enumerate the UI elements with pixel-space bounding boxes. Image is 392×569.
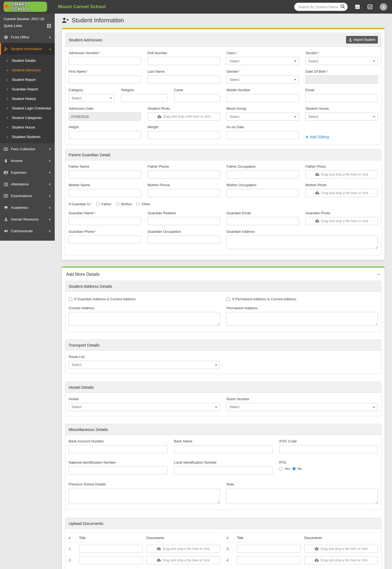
father-occupation-input[interactable]: [226, 170, 299, 179]
guardian-name-input[interactable]: [69, 217, 141, 225]
submenu-item-disabled-students[interactable]: »Disabled Students: [0, 132, 55, 142]
sidebar-item-student-information[interactable]: Student Information: [0, 43, 55, 55]
local-id-input[interactable]: [174, 466, 273, 475]
submenu-item-student-login-credential[interactable]: »Student Login Credential: [0, 103, 55, 113]
category-select[interactable]: Select: [69, 94, 115, 102]
sidebar-item-communicate[interactable]: Communicate: [0, 225, 55, 237]
document-1-title-input[interactable]: [79, 545, 143, 553]
grid-icon[interactable]: [47, 24, 51, 28]
last-name-input[interactable]: [148, 75, 220, 84]
submenu-item-student-house[interactable]: »Student House: [0, 123, 55, 132]
document-3-dropzone[interactable]: Drag and drop a file here or click: [304, 545, 378, 553]
app-logo[interactable]: SMART SCHOOL: [4, 2, 47, 12]
guardian-email-label: Guardian Email: [226, 211, 299, 215]
double-chevron-icon: »: [6, 97, 8, 101]
room-number-select[interactable]: Select: [226, 403, 378, 411]
sidebar-item-expenses[interactable]: Expenses: [0, 167, 55, 178]
document-4-dropzone[interactable]: Drag and drop a file here or click: [304, 556, 378, 564]
guardian-relation-input[interactable]: [148, 217, 220, 225]
bank-account-input[interactable]: [69, 445, 167, 453]
guardian-phone-input[interactable]: [69, 235, 141, 244]
submenu-item-student-admission[interactable]: »Student Admission: [0, 65, 55, 75]
submenu-item-student-details[interactable]: »Student Details: [0, 56, 55, 65]
double-chevron-icon: »: [6, 116, 8, 120]
mother-photo-dropzone[interactable]: Drag and drop a file here or click: [305, 189, 378, 197]
roll-number-input[interactable]: [148, 57, 220, 65]
date-of-birth-input[interactable]: [305, 75, 378, 84]
guardian-mother-radio[interactable]: [116, 202, 120, 206]
submenu-item-student-categories[interactable]: »Student Categories: [0, 113, 55, 123]
blood-group-select[interactable]: Select: [226, 112, 299, 121]
collapse-icon[interactable]: [376, 273, 380, 276]
rte-yes-radio[interactable]: [279, 467, 283, 470]
chevron-left-icon: [49, 36, 51, 38]
submenu-item-guardian-report[interactable]: »Guardian Report: [0, 84, 55, 94]
document-2-title-input[interactable]: [79, 556, 143, 564]
search-icon[interactable]: [340, 4, 345, 10]
guardian-occupation-input[interactable]: [148, 235, 220, 244]
national-id-input[interactable]: [69, 466, 167, 475]
quick-links-label: Quick Links: [4, 24, 22, 28]
guardian-email-input[interactable]: [226, 217, 299, 225]
document-2-dropzone[interactable]: Drag and drop a file here or click: [146, 556, 220, 564]
import-student-button[interactable]: Import Student: [346, 36, 378, 44]
mother-name-input[interactable]: [69, 189, 141, 197]
tasks-icon[interactable]: [367, 4, 373, 10]
sidebar-item-income[interactable]: $ Income: [0, 155, 55, 167]
student-photo-dropzone[interactable]: Drag and drop a file here or click: [148, 112, 220, 121]
father-phone-input[interactable]: [148, 170, 220, 179]
class-select[interactable]: Select: [226, 57, 299, 65]
email-input[interactable]: [305, 94, 378, 102]
father-photo-dropzone[interactable]: Drag and drop a file here or click: [305, 170, 378, 179]
student-house-select[interactable]: Select: [305, 112, 378, 121]
ifsc-code-input[interactable]: [279, 445, 378, 453]
user-avatar[interactable]: [380, 3, 387, 11]
bank-name-input[interactable]: [174, 445, 273, 453]
submenu-item-student-report[interactable]: »Student Report: [0, 75, 55, 84]
calendar-check-icon: [4, 182, 8, 186]
religion-input[interactable]: [121, 94, 167, 102]
admission-number-input[interactable]: [69, 57, 141, 65]
document-3-title-input[interactable]: [237, 545, 301, 553]
guardian-father-radio[interactable]: [96, 202, 100, 206]
father-name-input[interactable]: [69, 170, 141, 179]
sidebar-item-front-office[interactable]: Front Office: [0, 31, 55, 43]
gender-select[interactable]: Select: [226, 75, 299, 84]
section-select[interactable]: Select: [305, 57, 378, 65]
guardian-photo-dropzone[interactable]: Drag and drop a file here or click: [305, 217, 378, 225]
first-name-input[interactable]: [69, 75, 141, 84]
mother-phone-input[interactable]: [148, 189, 220, 197]
caste-input[interactable]: [174, 94, 220, 102]
document-4-title-input[interactable]: [237, 556, 301, 564]
guardian-other-radio[interactable]: [136, 202, 140, 206]
search-input[interactable]: [294, 3, 348, 11]
hostel-select[interactable]: Select: [69, 403, 220, 411]
calendar-icon[interactable]: [355, 4, 360, 10]
chevron-down-icon: [49, 48, 51, 50]
permanent-address-textarea[interactable]: [226, 312, 378, 326]
submenu-label: Disabled Students: [12, 135, 41, 139]
documents-table-header: # Title Documents: [226, 533, 378, 543]
add-sibling-link[interactable]: Add Sibling: [305, 135, 329, 139]
mobile-number-input[interactable]: [226, 94, 299, 102]
mother-occupation-input[interactable]: [226, 189, 299, 197]
current-address-textarea[interactable]: [69, 312, 220, 326]
permanent-address-checkbox[interactable]: [226, 297, 230, 301]
sidebar-item-attendance[interactable]: Attendance: [0, 178, 55, 190]
guardian-address-checkbox[interactable]: [69, 297, 72, 301]
guardian-address-textarea[interactable]: [226, 235, 378, 249]
submenu-item-student-history[interactable]: »Student History: [0, 94, 55, 103]
sidebar-item-academics[interactable]: Academics: [0, 202, 55, 213]
note-textarea[interactable]: [226, 488, 378, 504]
height-input[interactable]: [69, 131, 141, 139]
as-on-date-input[interactable]: [226, 131, 299, 139]
previous-school-textarea[interactable]: [69, 488, 220, 504]
weight-input[interactable]: [148, 131, 220, 139]
sidebar-item-human-resource[interactable]: Human Resource: [0, 213, 55, 225]
document-1-dropzone[interactable]: Drag and drop a file here or click: [146, 545, 220, 553]
rte-no-radio[interactable]: [292, 467, 296, 470]
admission-date-input[interactable]: [69, 112, 141, 121]
sidebar-item-fees-collection[interactable]: Fees Collection: [0, 143, 55, 155]
route-list-select[interactable]: Select: [69, 361, 220, 369]
sidebar-item-examinations[interactable]: Examinations: [0, 190, 55, 202]
